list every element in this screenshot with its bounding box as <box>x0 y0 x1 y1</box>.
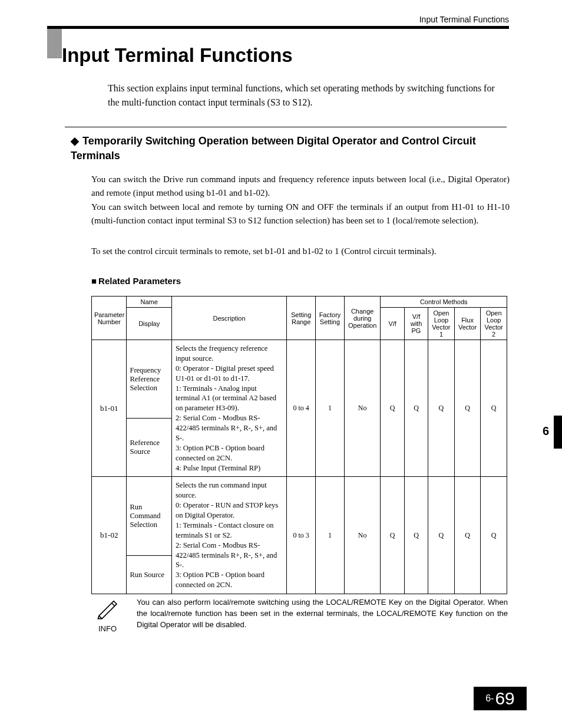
cell-cm-olv2: Q <box>481 477 507 594</box>
square-bullet-icon: ■ <box>91 276 97 286</box>
cell-cm-flux: Q <box>454 340 481 477</box>
th-control-methods: Control Methods <box>381 297 507 308</box>
cell-display: Run Source <box>127 556 171 594</box>
info-icon: INFO <box>91 597 124 633</box>
body-paragraph-1: You can switch the Drive run command inp… <box>91 173 510 200</box>
cell-name: Run Command Selection <box>127 477 171 556</box>
cell-factory-setting: 1 <box>316 477 345 594</box>
cell-param: b1-02 <box>92 477 127 594</box>
th-factory-setting: Factory Setting <box>316 297 345 340</box>
cell-factory-setting: 1 <box>316 340 345 477</box>
running-header: Input Terminal Functions <box>419 15 509 24</box>
title-accent-block <box>47 29 62 58</box>
page-number-box: 6-69 <box>474 687 527 710</box>
th-vf: V/f <box>381 308 404 340</box>
cell-description: Selects the run command input source.0: … <box>171 477 286 594</box>
cell-cm-vf: Q <box>381 340 404 477</box>
th-change-during-op: Change during Operation <box>344 297 381 340</box>
cell-cm-vf: Q <box>381 477 404 594</box>
table-row: b1-02 Run Command Selection Selects the … <box>92 477 507 556</box>
th-flux: Flux Vector <box>454 308 481 340</box>
info-label: INFO <box>91 624 124 633</box>
body-paragraph-3: To set the control circuit terminals to … <box>91 245 510 258</box>
cell-cm-olv2: Q <box>481 340 507 477</box>
page-prefix: 6- <box>485 693 494 704</box>
cell-cm-olv1: Q <box>428 340 455 477</box>
section-heading-text: Temporarily Switching Operation between … <box>71 135 476 162</box>
related-parameters-text: Related Parameters <box>98 276 181 286</box>
section-rule <box>65 127 507 127</box>
cell-cm-vfpg: Q <box>404 340 428 477</box>
page-number: 69 <box>495 689 514 709</box>
related-parameters-heading: ■Related Parameters <box>91 276 181 286</box>
cell-name: Frequency Reference Selection <box>127 340 171 419</box>
th-name: Name <box>127 297 171 308</box>
cell-cm-olv1: Q <box>428 477 455 594</box>
th-olv1: Open Loop Vector 1 <box>428 308 455 340</box>
th-vf-pg: V/f with PG <box>404 308 428 340</box>
cell-change: No <box>344 340 381 477</box>
diamond-bullet-icon: ◆ <box>71 135 79 147</box>
top-rule <box>47 26 509 29</box>
info-text: You can also perform local/remote switch… <box>137 597 508 631</box>
cell-param: b1-01 <box>92 340 127 477</box>
cell-setting-range: 0 to 4 <box>287 340 316 477</box>
info-note: INFO You can also perform local/remote s… <box>91 597 510 633</box>
parameters-table: Parameter Number Name Description Settin… <box>91 296 507 594</box>
cell-change: No <box>344 477 381 594</box>
table-row: b1-01 Frequency Reference Selection Sele… <box>92 340 507 419</box>
th-description: Description <box>171 297 286 340</box>
cell-display: Reference Source <box>127 419 171 477</box>
chapter-tab <box>554 416 562 449</box>
cell-setting-range: 0 to 3 <box>287 477 316 594</box>
th-display: Display <box>127 308 171 340</box>
chapter-number: 6 <box>543 424 549 438</box>
body-paragraph-2: You can switch between local and remote … <box>91 200 510 228</box>
th-olv2: Open Loop Vector 2 <box>481 308 507 340</box>
section-heading: ◆Temporarily Switching Operation between… <box>71 134 507 163</box>
page-title: Input Terminal Functions <box>62 44 293 67</box>
th-parameter-number: Parameter Number <box>92 297 127 340</box>
cell-cm-vfpg: Q <box>404 477 428 594</box>
intro-paragraph: This section explains input terminal fun… <box>108 81 508 110</box>
cell-description: Selects the frequency reference input so… <box>171 340 286 477</box>
cell-cm-flux: Q <box>454 477 481 594</box>
th-setting-range: Setting Range <box>287 297 316 340</box>
